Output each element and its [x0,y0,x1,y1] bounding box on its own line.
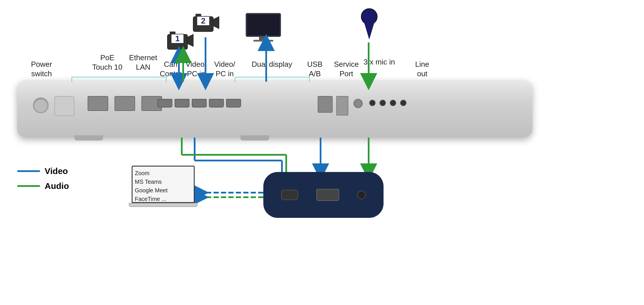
laptop-app-meet: Google Meet [135,186,191,195]
label-video-pc-in-1: Video/ PC in [182,60,210,78]
dongle-jack-port [357,191,366,199]
laptop-base [129,203,197,207]
device-foot-right [240,135,269,140]
main-device [17,80,532,138]
legend-video-line [17,170,40,172]
mic-jack-3 [390,100,396,106]
legend-video-label: Video [45,166,68,176]
svg-point-10 [361,9,377,25]
laptop-app-teams: MS Teams [135,177,191,186]
line-out-jack [400,100,406,106]
power-connector [54,96,74,116]
teal-bracket-left [72,77,72,82]
svg-marker-11 [364,22,374,40]
legend: Video Audio [17,166,69,196]
device-foot-left [74,135,103,140]
diagram: Power switch PoE Touch 10 Ethernet LAN C… [0,0,644,305]
audio-jacks [369,100,406,106]
svg-rect-7 [247,14,280,36]
label-cam-control: Cam Control [159,60,185,78]
teal-bracket-top [72,77,166,77]
dongle-hdmi-port [316,189,339,201]
svg-marker-1 [213,17,219,29]
legend-audio: Audio [17,181,69,191]
legend-audio-label: Audio [45,181,69,191]
usb-b-port [318,96,333,113]
hdmi-dual-display-2 [226,99,241,107]
label-line-out: Line out [409,60,435,78]
hdmi-ports [157,99,241,107]
teal-bracket-display-top [235,77,309,77]
legend-audio-line [17,185,40,187]
hdmi-video-pc-in-1 [175,99,189,107]
label-power-switch: Power switch [29,60,54,78]
power-button [33,97,49,113]
connection-lines [0,0,644,305]
svg-rect-9 [253,40,273,42]
hdmi-cam1 [157,99,172,107]
dongle-device [263,172,384,218]
poe-touch10-port [88,96,108,111]
laptop: Zoom MS Teams Google Meet FaceTime ... [132,166,195,214]
svg-rect-8 [259,36,268,40]
label-video-pc-in-2: Video/ PC in [210,60,239,78]
dongle-usbc-port [281,190,298,200]
laptop-app-zoom: Zoom [135,169,191,177]
hdmi-video-pc-in-2 [192,99,207,107]
rj45-ports [86,96,164,111]
camera-1-icon: 1 [165,29,196,56]
mic-jack-2 [380,100,386,106]
pin-icon [358,8,381,44]
monitor-icon [245,12,282,45]
usb-a-port [336,96,348,116]
svg-marker-4 [187,34,193,46]
label-dual-display: Dual display [249,60,295,69]
label-mic-in: 3 x mic in [364,57,395,67]
ethernet-lan-port [114,96,135,111]
hdmi-dual-display-1 [209,99,224,107]
label-usb-ab: USB A/B [301,60,329,78]
legend-video: Video [17,166,69,176]
laptop-screen: Zoom MS Teams Google Meet FaceTime ... [132,166,195,203]
mic-jack-1 [369,100,376,106]
label-service-port: Service Port [331,60,362,78]
label-poe-touch10: PoE Touch 10 [92,53,123,72]
label-ethernet-lan: Ethernet LAN [129,53,157,72]
laptop-app-facetime: FaceTime ... [135,195,191,203]
service-port-connector [353,99,363,108]
